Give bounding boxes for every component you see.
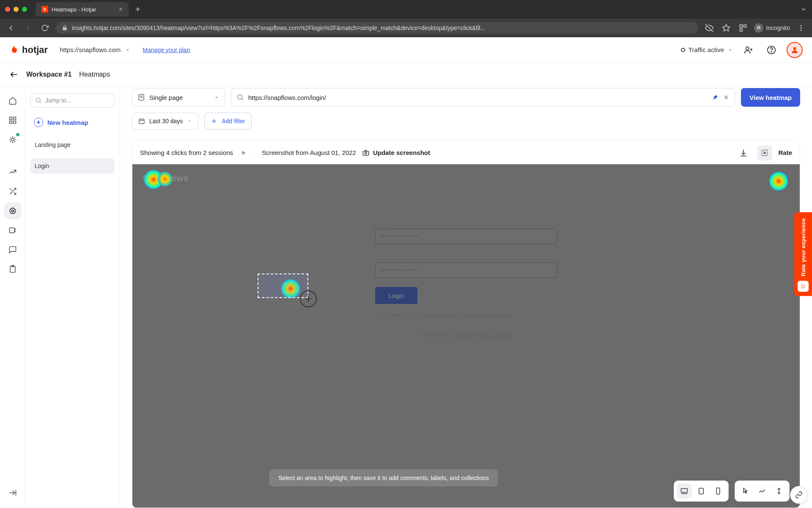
- help-icon[interactable]: [764, 42, 779, 58]
- search-icon: [35, 97, 42, 104]
- rail-dashboard[interactable]: [4, 112, 21, 129]
- rail-home[interactable]: [4, 92, 21, 109]
- user-avatar[interactable]: [787, 42, 803, 58]
- nav-rail: [0, 86, 25, 508]
- match-mode-select[interactable]: Single page: [132, 88, 225, 107]
- rate-button[interactable]: Rate: [778, 149, 792, 156]
- view-heatmap-button[interactable]: View heatmap: [741, 88, 800, 107]
- date-range-filter[interactable]: Last 30 days: [132, 113, 198, 130]
- heatmap-url-input[interactable]: https://snapflows.com/login/: [231, 88, 735, 107]
- incognito-indicator[interactable]: Incognito: [754, 23, 790, 33]
- svg-rect-2: [740, 25, 743, 28]
- minimize-window-icon[interactable]: [14, 7, 19, 12]
- url-field[interactable]: insights.hotjar.com/sites/3090413/heatma…: [56, 22, 698, 34]
- svg-point-49: [365, 152, 367, 154]
- tab-title: Heatmaps - Hotjar: [52, 6, 96, 13]
- maximize-window-icon[interactable]: [22, 7, 27, 12]
- app-body: Jump to... + New heatmap Landing page Lo…: [0, 86, 812, 508]
- rail-expand-icon[interactable]: [4, 484, 21, 501]
- back-arrow-icon[interactable]: [9, 70, 19, 79]
- close-window-icon[interactable]: [5, 7, 10, 12]
- update-screenshot-button[interactable]: Update screenshot: [362, 149, 430, 157]
- tabs-overflow-icon[interactable]: [800, 6, 807, 13]
- mock-signup-prefix: Don't have an account?: [421, 332, 480, 339]
- selection-hint-toast: Select an area to highlight, then save i…: [269, 469, 498, 486]
- site-url: https://snapflows.com: [60, 46, 121, 53]
- calendar-icon: [138, 118, 145, 124]
- clear-icon[interactable]: [723, 94, 730, 101]
- rail-recordings[interactable]: [4, 222, 21, 239]
- jump-to-input[interactable]: Jump to...: [30, 93, 115, 108]
- svg-point-26: [10, 208, 15, 213]
- mock-reset-text: If you need to reset your password, you …: [375, 312, 557, 318]
- highlight-tool-icon[interactable]: [757, 145, 772, 160]
- svg-point-9: [801, 30, 802, 31]
- play-sessions-icon[interactable]: [239, 148, 248, 157]
- click-map-icon[interactable]: [738, 483, 753, 499]
- traffic-label: Traffic active: [689, 46, 724, 53]
- incognito-label: Incognito: [766, 25, 790, 31]
- svg-rect-55: [716, 488, 720, 494]
- bookmark-star-icon[interactable]: [720, 22, 732, 34]
- separator: ·: [254, 149, 256, 156]
- new-heatmap-button[interactable]: + New heatmap: [30, 113, 115, 131]
- site-selector[interactable]: https://snapflows.com: [55, 44, 135, 56]
- heatmap-list-panel: Jump to... + New heatmap Landing page Lo…: [25, 86, 120, 508]
- add-filter-button[interactable]: Add filter: [204, 113, 251, 130]
- svg-rect-17: [9, 117, 12, 120]
- reload-button[interactable]: [39, 22, 51, 34]
- eye-off-icon[interactable]: [703, 22, 715, 34]
- share-link-fab[interactable]: [790, 486, 808, 504]
- crosshair-cursor-icon: [300, 290, 317, 307]
- feedback-side-tab[interactable]: Rate your experience ☺: [794, 212, 812, 296]
- date-range-label: Last 30 days: [149, 118, 183, 124]
- device-phone-icon[interactable]: [710, 483, 726, 499]
- rail-trends[interactable]: [4, 163, 21, 180]
- search-icon: [236, 94, 244, 101]
- svg-line-24: [10, 188, 11, 190]
- svg-point-25: [11, 210, 14, 212]
- browser-tab[interactable]: h Heatmaps - Hotjar ×: [36, 2, 129, 17]
- mock-signup-link: Sign up here: [480, 332, 511, 339]
- manage-plan-link[interactable]: Manage your plan: [143, 47, 190, 53]
- device-desktop-icon[interactable]: [677, 483, 692, 499]
- url-controls: Single page https://snapflows.com/login/…: [132, 86, 800, 107]
- rail-surveys[interactable]: [4, 261, 21, 278]
- match-mode-label: Single page: [149, 94, 183, 101]
- scroll-map-icon[interactable]: [771, 483, 787, 499]
- svg-marker-1: [723, 25, 730, 31]
- tab-close-icon[interactable]: ×: [119, 6, 123, 13]
- svg-point-14: [771, 51, 771, 52]
- move-map-icon[interactable]: [754, 483, 770, 499]
- kebab-menu-icon[interactable]: [795, 22, 807, 34]
- rail-highlights[interactable]: [4, 131, 21, 148]
- new-heatmap-label: New heatmap: [47, 119, 88, 126]
- crumb-workspace[interactable]: Workspace #1: [26, 71, 71, 78]
- hotjar-logo[interactable]: hotjar: [9, 44, 48, 55]
- rail-heatmaps[interactable]: [4, 202, 21, 219]
- notification-dot-icon: [16, 133, 19, 136]
- invite-user-icon[interactable]: [741, 42, 756, 58]
- pin-icon[interactable]: [712, 94, 719, 101]
- new-tab-button[interactable]: +: [132, 5, 144, 14]
- hotjar-favicon-icon: h: [41, 6, 48, 13]
- window-controls[interactable]: [5, 7, 27, 12]
- heatmap-canvas[interactable]: Snapflows Email •••••••••••••• Password …: [132, 164, 800, 508]
- back-button[interactable]: [5, 22, 17, 34]
- forward-button[interactable]: [22, 22, 34, 34]
- breadcrumb-row: Workspace #1 Heatmaps: [0, 63, 812, 86]
- rail-feedback[interactable]: [4, 241, 21, 258]
- svg-rect-18: [13, 117, 16, 120]
- mock-signup-text: Don't have an account? Sign up here: [375, 332, 557, 339]
- add-filter-label: Add filter: [222, 118, 245, 124]
- address-bar: insights.hotjar.com/sites/3090413/heatma…: [0, 19, 812, 37]
- rail-funnels[interactable]: [4, 183, 21, 200]
- svg-point-15: [793, 47, 796, 50]
- heatmap-item-login[interactable]: Login: [30, 158, 115, 174]
- traffic-status[interactable]: Traffic active: [681, 46, 733, 53]
- extensions-icon[interactable]: [737, 22, 749, 34]
- device-tablet-icon[interactable]: [694, 483, 709, 499]
- heatmap-item-landing[interactable]: Landing page: [30, 137, 115, 152]
- svg-marker-47: [242, 151, 246, 155]
- download-icon[interactable]: [736, 145, 751, 160]
